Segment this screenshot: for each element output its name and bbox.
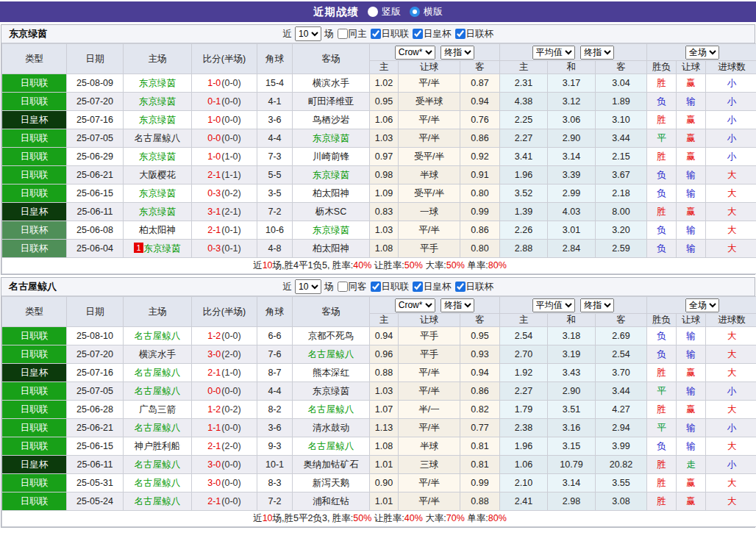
league-filter-emperor-cup[interactable]: 日皇杯 <box>413 281 452 293</box>
avg-draw-cell: 2.98 <box>548 492 596 511</box>
odds-home-cell: 0.90 <box>370 474 399 492</box>
home-team-name: 柏太阳神 <box>139 225 176 235</box>
league-type-cell: 日联杯 <box>2 240 67 258</box>
same-venue-filter[interactable]: 同主 <box>338 28 367 40</box>
odds-source-select[interactable]: Crow* <box>395 46 435 60</box>
away-team-cell: 新泻天鹅 <box>293 474 370 492</box>
winloss-result-cell: 负 <box>647 93 677 111</box>
league-type-cell: 日皇杯 <box>2 364 67 382</box>
scope-select[interactable]: 全场 <box>685 46 719 60</box>
scope-select[interactable]: 全场 <box>685 298 719 312</box>
avg-time-select[interactable]: 终指 <box>580 46 614 60</box>
avg-away-cell: 2.94 <box>596 419 647 437</box>
home-team-name: 东京绿茵 <box>139 115 176 125</box>
odds-home-cell: 0.98 <box>370 166 399 184</box>
odds-away-cell: 0.92 <box>460 148 500 166</box>
goals-result-cell: 大 <box>706 364 756 382</box>
avg-draw-cell: 3.16 <box>548 419 596 437</box>
recent-count-select[interactable]: 10 <box>295 279 321 294</box>
league-type-cell: 日职联 <box>2 437 67 456</box>
summary-segment: 50% <box>446 260 465 270</box>
summary-row: 近10场,胜5平2负3, 胜率:50% 让胜率:40% 大率:70% 单率:80… <box>2 511 756 527</box>
league-type-cell: 日职联 <box>2 382 67 401</box>
handicap-result-cell: 输 <box>677 166 706 184</box>
odds-time-select[interactable]: 终指 <box>441 298 474 312</box>
league-filter-jleague[interactable]: 日职联 <box>371 281 410 293</box>
avg-time-select[interactable]: 终指 <box>580 298 614 312</box>
odds-home-cell: 1.08 <box>370 240 399 258</box>
odds-home-cell: 0.83 <box>370 203 399 221</box>
goals-result-cell: 大 <box>706 345 756 364</box>
fulltime-score: 1-1 <box>207 423 221 433</box>
odds-away-cell: 0.93 <box>460 345 500 364</box>
odds-source-select[interactable]: Crow* <box>395 298 435 312</box>
league-filter-levain-cup[interactable]: 日联杯 <box>455 28 494 40</box>
odds-time-select[interactable]: 终指 <box>441 46 474 60</box>
avg-away-cell: 2.59 <box>596 240 647 258</box>
score-cell: 0-0(0-0) <box>192 382 257 401</box>
odds-away-cell: 0.81 <box>460 456 500 474</box>
score-cell: 2-1(0-0) <box>192 492 257 511</box>
handicap-result-cell: 走 <box>677 456 706 474</box>
avg-draw-cell: 3.15 <box>548 437 596 456</box>
league-filter-emperor-cup[interactable]: 日皇杯 <box>413 28 452 40</box>
league-filter-jleague[interactable]: 日职联 <box>371 28 410 40</box>
odds-handicap-cell: 半球 <box>399 166 460 184</box>
recent-count-select[interactable]: 10 <box>295 26 321 41</box>
col-handicap-result: 让球 <box>677 314 706 327</box>
layout-radio-horizontal[interactable]: 横版 <box>410 5 443 18</box>
home-team-cell: 东京绿茵 <box>124 203 192 221</box>
league-filter-levain-cup[interactable]: 日联杯 <box>455 281 494 293</box>
halftime-score: (0-0) <box>221 496 240 506</box>
same-venue-filter[interactable]: 同客 <box>338 281 367 293</box>
levain-cup-checkbox[interactable] <box>455 282 466 292</box>
halftime-score: (0-2) <box>221 404 240 415</box>
col-odds-home: 主 <box>370 314 399 327</box>
emperor-cup-checkbox[interactable] <box>413 282 423 292</box>
away-team-cell: 浦和红钻 <box>293 492 370 511</box>
corner-count-cell: 6-6 <box>257 327 293 345</box>
team-bar: 东京绿茵 近 10 场 同主 日职联 日皇杯 日联杯 <box>1 25 755 43</box>
avg-source-select[interactable]: 平均值 <box>532 46 575 60</box>
col-winloss: 胜负 <box>647 61 677 74</box>
odds-handicap-cell: 三球 <box>399 456 460 474</box>
col-type: 类型 <box>2 297 67 327</box>
same-venue-checkbox[interactable] <box>338 29 348 39</box>
levain-cup-checkbox[interactable] <box>455 29 466 39</box>
home-team-cell: 名古屋鲸八 <box>124 419 192 437</box>
same-venue-checkbox[interactable] <box>338 282 348 292</box>
score-cell: 3-1(2-1) <box>192 203 257 221</box>
emperor-cup-checkbox[interactable] <box>413 29 423 39</box>
jleague-checkbox[interactable] <box>371 29 381 39</box>
games-label: 场 <box>324 28 334 40</box>
header-group-row: 类型 日期 主场 比分(半场) 角球 客场 Crow* 终指 平均值 终指 全场 <box>2 297 756 314</box>
match-row: 日职联25-05-31名古屋鲸八3-0(0-0)8-3新泻天鹅0.90平/半0.… <box>2 474 756 492</box>
away-team-cell: 名古屋鲸八 <box>293 437 370 456</box>
jleague-checkbox[interactable] <box>371 282 381 292</box>
odds-away-cell: 0.95 <box>460 327 500 345</box>
odds-home-cell: 1.02 <box>370 74 399 93</box>
home-team-name: 名古屋鲸八 <box>135 496 181 506</box>
odds-handicap-cell: 平手 <box>399 240 460 258</box>
avg-source-select[interactable]: 平均值 <box>532 298 575 312</box>
col-goals-result: 进球数 <box>706 61 756 74</box>
league-type-cell: 日职联 <box>2 74 67 93</box>
score-cell: 3-0(2-0) <box>192 345 257 364</box>
home-team-cell: 1东京绿茵 <box>124 240 192 258</box>
match-row: 日职联25-07-20横滨水手3-0(2-0)7-6名古屋鲸八0.96平手0.9… <box>2 345 756 364</box>
col-odds-home: 主 <box>370 61 399 74</box>
layout-radio-vertical[interactable]: 竖版 <box>368 5 401 18</box>
league-type-cell: 日职联 <box>2 419 67 437</box>
date-cell: 25-07-20 <box>67 345 124 364</box>
corner-count-cell: 10-1 <box>257 456 293 474</box>
match-row: 日职联25-05-24名古屋鲸八2-1(0-0)7-2浦和红钻1.01平/半0.… <box>2 492 756 511</box>
away-team-cell: 鸟栖沙岩 <box>293 111 370 129</box>
away-team-name: 京都不死鸟 <box>308 331 354 341</box>
league-type-cell: 日职联 <box>2 492 67 511</box>
handicap-result-cell: 赢 <box>677 111 706 129</box>
avg-home-cell: 2.27 <box>500 382 548 401</box>
fulltime-score: 0-0 <box>207 133 221 143</box>
date-cell: 25-06-15 <box>67 184 124 203</box>
home-team-cell: 东京绿茵 <box>124 148 192 166</box>
odds-handicap-cell: 半球 <box>399 437 460 456</box>
